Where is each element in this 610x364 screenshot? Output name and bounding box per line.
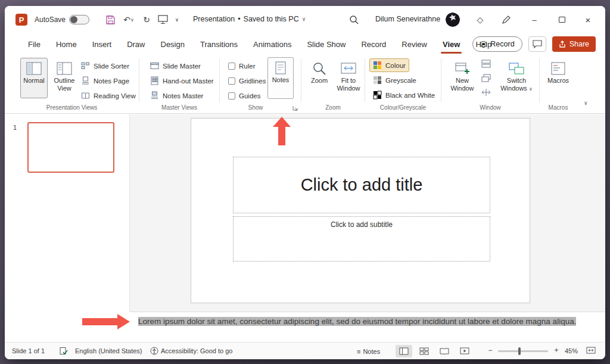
group-separator [365,58,365,102]
group-separator [301,58,301,102]
user-name[interactable]: Dilum Senevirathne [375,15,440,23]
slide-1-thumbnail[interactable] [27,122,114,173]
reading-view-label: Reading View [94,92,136,99]
diamond-icon: ◇ [477,15,484,24]
slide-thumbnail-panel: 1 [5,114,130,312]
checkbox-icon [228,63,235,70]
slide-sorter-button[interactable]: Slide Sorter [77,59,133,73]
notes-page-label: Notes Page [94,77,129,85]
reading-view-status-button[interactable] [436,345,453,357]
new-window-button[interactable]: New Window [447,58,478,98]
arrange-all-button[interactable] [481,60,491,68]
fit-to-window-icon [586,346,596,354]
tab-insert[interactable]: Insert [85,33,120,55]
slide-counter[interactable]: Slide 1 of 1 [12,347,45,354]
status-bar: Slide 1 of 1 English (United States) Acc… [5,342,605,359]
zoom-slider-thumb[interactable] [518,347,521,355]
tab-record[interactable]: Record [353,33,394,55]
zoom-slider[interactable] [498,350,548,352]
record-button[interactable]: Record [472,36,522,52]
notes-pane[interactable]: Lorem ipsum dolor sit amet, consectetur … [130,312,605,342]
tab-view[interactable]: View [435,33,468,55]
notes-text[interactable]: Lorem ipsum dolor sit amet, consectetur … [138,316,586,327]
tab-animations[interactable]: Animations [245,33,299,55]
cascade-windows-button[interactable] [481,74,491,82]
colour-button[interactable]: Colour [369,58,409,72]
tab-row-actions: Record Share [472,36,596,52]
collapse-ribbon-button[interactable]: ∨ [584,100,588,106]
slideshow-icon [460,347,469,355]
normal-view-label: Normal [23,77,44,85]
powerpoint-app-icon[interactable]: P [15,14,27,26]
ruler-label: Ruler [239,63,255,70]
accessibility-status[interactable]: Accessibility: Good to go [161,347,232,354]
macros-button[interactable]: Macros [543,58,573,98]
redo-button[interactable]: ↻ [141,14,152,26]
show-dialog-launcher[interactable] [292,105,298,111]
close-button[interactable]: × [578,11,598,29]
outline-view-button[interactable]: Outline View [50,58,79,98]
normal-view-icon [399,347,409,355]
save-button[interactable] [104,14,117,26]
reading-view-icon [81,91,90,100]
document-title[interactable]: Presentation • Saved to this PC ∨ [193,15,306,23]
slideshow-status-button[interactable] [456,345,473,357]
maximize-button[interactable] [552,11,572,29]
normal-view-status-button[interactable] [396,345,412,357]
start-slideshow-button[interactable] [156,14,169,26]
group-label-master-views: Master Views [139,104,219,111]
zoom-in-button[interactable]: + [552,346,561,354]
user-avatar[interactable] [446,13,460,27]
move-split-button[interactable] [481,88,491,97]
accessibility-checker-button[interactable] [150,347,158,355]
fit-to-window-icon [341,62,356,75]
fit-to-window-button[interactable]: Fit to Window [334,58,363,98]
switch-windows-button[interactable]: Switch Windows ∨ [497,58,536,98]
title-placeholder-text: Click to add title [301,175,423,195]
chevron-down-icon: ∨ [130,17,134,23]
tab-file[interactable]: File [20,33,48,55]
guides-checkbox[interactable]: Guides [228,90,260,102]
handout-master-label: Hand-out Master [163,77,214,85]
zoom-button[interactable]: Zoom [306,58,333,98]
ink-pen-button[interactable] [500,14,512,26]
fit-slide-to-window-button[interactable] [586,346,596,354]
switch-windows-label: Switch Windows ∨ [500,77,533,93]
reading-view-button[interactable]: Reading View [77,89,139,102]
notes-button[interactable]: Notes [267,57,294,99]
notes-toggle-button[interactable]: ≡ Notes [354,345,383,357]
selected-notes-text: Lorem ipsum dolor sit amet, consectetur … [138,317,576,326]
gridlines-checkbox[interactable]: Gridlines [228,75,266,87]
share-button[interactable]: Share [552,36,596,52]
group-label-zoom: Zoom [301,104,365,111]
minimize-button[interactable]: – [524,11,544,29]
notes-page-button[interactable]: Notes Page [77,74,133,88]
quick-access-toolbar-dropdown[interactable]: ∨ [173,15,181,24]
zoom-out-button[interactable]: − [485,346,496,354]
normal-view-button[interactable]: Normal [20,58,48,98]
slide-master-button[interactable]: Slide Master [147,59,204,73]
subtitle-placeholder[interactable]: Click to add subtitle [233,216,490,262]
tab-home[interactable]: Home [48,33,85,55]
title-placeholder[interactable]: Click to add title [233,157,490,213]
greyscale-button[interactable]: Greyscale [369,73,420,87]
search-button[interactable] [348,14,360,26]
notes-master-button[interactable]: Notes Master [147,89,207,102]
spell-check-button[interactable] [60,347,68,355]
tab-transitions[interactable]: Transitions [192,33,245,55]
slide-sorter-status-button[interactable] [416,345,432,357]
tab-review[interactable]: Review [394,33,435,55]
black-and-white-button[interactable]: Black and White [369,88,438,102]
undo-button[interactable]: ↶∨ [120,14,137,26]
language-button[interactable]: English (United States) [75,347,142,354]
zoom-level[interactable]: 45% [565,347,578,354]
handout-master-button[interactable]: Hand-out Master [147,74,217,88]
ruler-checkbox[interactable]: Ruler [228,60,255,72]
slide-canvas[interactable]: Click to add title Click to add subtitle [191,118,530,303]
tab-design[interactable]: Design [153,33,192,55]
tab-slide-show[interactable]: Slide Show [299,33,353,55]
designer-button[interactable]: ◇ [474,14,486,26]
autosave-toggle[interactable] [69,15,89,24]
comments-button[interactable] [528,36,546,52]
tab-draw[interactable]: Draw [119,33,152,55]
